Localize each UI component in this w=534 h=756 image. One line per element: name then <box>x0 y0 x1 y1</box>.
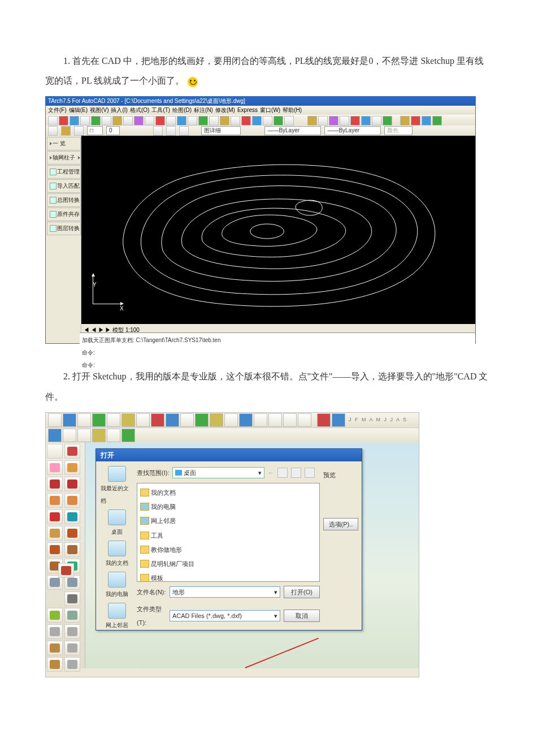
toolbar-icon[interactable] <box>177 116 186 126</box>
rotate-tool-icon[interactable] <box>64 509 80 524</box>
cad-menu-item[interactable]: 修改(M) <box>215 104 235 116</box>
toolbar-icon[interactable] <box>241 116 251 126</box>
tool-icon[interactable] <box>63 429 76 442</box>
prev-view-icon[interactable] <box>64 657 80 672</box>
toolbar-icon[interactable] <box>340 116 349 126</box>
eraser-tool-icon[interactable] <box>47 460 63 475</box>
toolbar-icon[interactable] <box>155 116 165 126</box>
layer-icon[interactable] <box>61 126 71 136</box>
toolbar-icon[interactable] <box>263 116 272 126</box>
layer-icon[interactable] <box>179 126 189 136</box>
cad-menu-item[interactable]: 文件(F) <box>48 104 67 116</box>
tool-icon[interactable] <box>180 413 194 427</box>
tool-icon[interactable] <box>121 429 135 442</box>
layer-icon[interactable] <box>166 126 176 136</box>
tool-icon[interactable] <box>254 413 267 427</box>
place-desktop[interactable]: 桌面 <box>108 509 126 538</box>
toolbar-icon[interactable] <box>145 116 154 126</box>
push-tool-icon[interactable] <box>47 526 63 541</box>
circle-tool-icon[interactable] <box>64 493 80 508</box>
tool-icon[interactable] <box>332 413 345 427</box>
cad-menu-item[interactable]: 插入(I) <box>111 104 127 116</box>
arc-tool-icon[interactable] <box>47 493 63 508</box>
toolbar-icon[interactable] <box>372 116 381 126</box>
filetype-combo[interactable]: ACAD Files (*.dwg, *.dxf)▾ <box>170 610 280 621</box>
toolbar-icon[interactable] <box>400 116 410 126</box>
walk-tool-icon[interactable] <box>47 657 63 672</box>
newfolder-icon[interactable] <box>291 468 301 478</box>
list-item[interactable]: 我的电脑 <box>140 500 317 513</box>
sidebar-item[interactable]: 墙 体 <box>77 152 81 164</box>
list-item[interactable]: 昆明轧钢厂项目 <box>140 557 317 571</box>
tool-icon[interactable] <box>298 413 311 427</box>
toolbar-icon[interactable] <box>166 116 176 126</box>
lineweight-dropdown[interactable]: —— ByLayer <box>324 126 381 135</box>
toolbar-icon[interactable] <box>307 116 317 126</box>
pencil-tool-icon[interactable] <box>64 444 80 459</box>
layer-icon[interactable] <box>48 126 58 136</box>
toolbar-icon[interactable] <box>220 116 229 126</box>
toolbar-icon[interactable] <box>209 116 219 126</box>
toolbar-icon[interactable] <box>112 116 122 126</box>
lookin-dropdown[interactable]: 桌面▾ <box>172 467 264 478</box>
select-tool-icon[interactable] <box>47 444 63 459</box>
tool-icon[interactable] <box>195 413 209 427</box>
back-icon[interactable]: ← <box>268 466 274 479</box>
tool-icon[interactable] <box>63 413 76 427</box>
offset-tool-icon[interactable] <box>64 542 80 557</box>
place-network[interactable]: 网上邻居 <box>106 603 128 632</box>
toolbar-icon[interactable] <box>48 116 58 126</box>
linetype-dropdown[interactable]: —— ByLayer <box>264 126 321 135</box>
list-item[interactable]: 网上邻居 <box>140 514 317 528</box>
sidebar-item[interactable]: 总图转换 <box>49 194 81 206</box>
cad-menu-item[interactable]: 格式(O) <box>130 104 149 116</box>
layer-icon[interactable] <box>153 126 163 136</box>
tool-icon[interactable] <box>121 413 135 427</box>
tool-icon[interactable] <box>92 413 106 427</box>
cad-menu-item[interactable]: Express <box>237 104 258 116</box>
tool-icon[interactable] <box>224 413 238 427</box>
toolbar-icon[interactable] <box>284 116 294 126</box>
sidebar-item[interactable]: 轴网柱子 <box>49 152 76 164</box>
toolbar-icon[interactable] <box>198 116 208 126</box>
list-item[interactable]: 我的文档 <box>140 486 317 499</box>
orbit-tool-icon[interactable] <box>47 608 63 623</box>
sidebar-item[interactable]: 工程管理 <box>49 166 81 178</box>
list-item[interactable]: 工具 <box>140 529 317 542</box>
scale-tool-icon[interactable] <box>47 542 63 557</box>
rect-tool-icon[interactable] <box>64 477 80 491</box>
sidebar-item[interactable]: 一 览 <box>49 137 67 150</box>
toolbar-icon[interactable] <box>188 116 197 126</box>
place-documents[interactable]: 我的文档 <box>106 541 128 569</box>
tool-icon[interactable] <box>268 413 282 427</box>
layer-icon[interactable] <box>74 126 84 136</box>
look-around-icon[interactable] <box>64 641 80 655</box>
pan-tool-icon[interactable] <box>64 608 80 623</box>
move-tool-icon[interactable] <box>47 509 63 524</box>
line-tool-icon[interactable] <box>47 477 63 491</box>
position-camera-icon[interactable] <box>47 641 63 655</box>
tool-icon[interactable] <box>317 413 331 427</box>
open-button[interactable]: 打开(O) <box>284 586 320 598</box>
tool-icon[interactable] <box>210 413 223 427</box>
toolbar-icon[interactable] <box>102 116 111 126</box>
list-item[interactable]: 模板 <box>140 571 317 582</box>
up-icon[interactable] <box>277 468 288 478</box>
layer-dropdown[interactable]: 0 <box>106 126 120 135</box>
tool-icon[interactable] <box>239 413 253 427</box>
toolbar-icon[interactable] <box>134 116 144 126</box>
section-tool-icon[interactable] <box>64 591 80 606</box>
tool-icon[interactable] <box>107 413 120 427</box>
views-icon[interactable] <box>305 468 315 478</box>
toolbar-icon[interactable] <box>59 116 68 126</box>
tool-icon[interactable] <box>283 413 297 427</box>
tool-icon[interactable] <box>77 413 91 427</box>
place-recent[interactable]: 我最近的文档 <box>101 466 133 507</box>
place-computer[interactable]: 我的电脑 <box>106 572 128 601</box>
followme-tool-icon[interactable] <box>64 526 80 541</box>
toolbar-icon[interactable] <box>91 116 101 126</box>
toolbar-icon[interactable] <box>361 116 371 126</box>
toolbar-icon[interactable] <box>318 116 328 126</box>
toolbar-icon[interactable] <box>411 116 420 126</box>
tool-icon[interactable] <box>48 413 62 427</box>
